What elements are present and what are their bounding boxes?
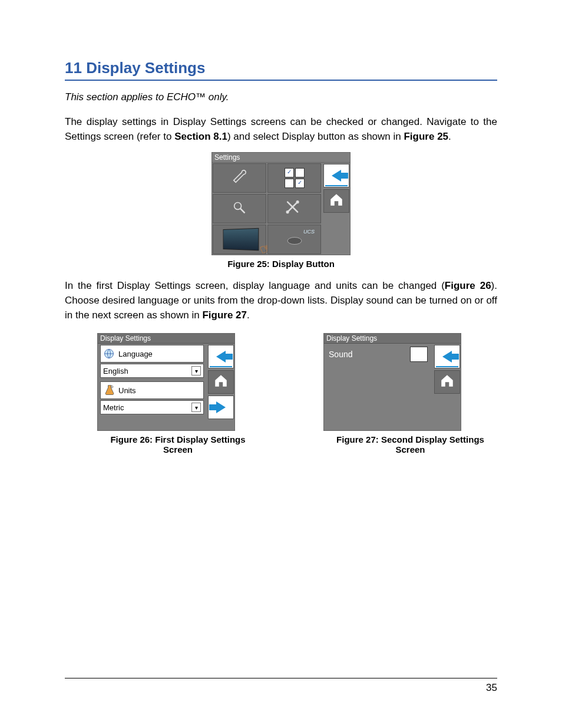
globe-icon [103,348,115,360]
figure-26-caption: Figure 26: First Display Settings Screen [97,434,259,454]
units-label-row: Units [100,381,204,399]
paragraph-1: The display settings in Display Settings… [65,115,497,144]
language-dropdown[interactable]: English ▾ [100,364,204,378]
p1-ref-section: Section 8.1 [174,131,227,142]
settings-display-button[interactable]: ☞ [213,225,266,254]
flask-icon [103,384,116,396]
wrench-icon [230,169,250,187]
page-number: 35 [486,682,497,694]
arrow-left-icon [442,351,452,363]
home-button[interactable] [323,189,349,213]
checkbox-grid-icon: ✓ ✓ [285,168,305,188]
figure-27-screenshot: Display Settings Sound ✓ [323,333,461,431]
home-icon [439,373,455,391]
home-button[interactable] [434,370,460,394]
home-button[interactable] [208,370,234,394]
home-icon [329,192,344,210]
svg-point-0 [234,203,241,210]
fig26-window-title: Display Settings [98,334,234,344]
language-label: Language [118,350,153,358]
svg-point-6 [111,386,113,388]
arrow-right-icon [216,401,226,413]
figure-27-caption: Figure 27: Second Display Settings Scree… [323,434,497,454]
sound-row: Sound ✓ [326,345,430,364]
fig25-window-title: Settings [212,153,350,163]
units-value: Metric [103,403,124,412]
cloud-icon [285,232,305,247]
figure-26-screenshot: Display Settings Language English ▾ [97,333,235,431]
section-heading: 11 Display Settings [65,59,497,81]
check-icon: ✓ [414,347,424,361]
sound-checkbox[interactable]: ✓ [410,347,428,362]
arrow-left-icon [332,170,341,182]
arrow-left-icon [216,351,226,363]
p2-text-c: . [247,309,250,321]
svg-point-4 [287,238,302,245]
svg-point-3 [296,200,299,203]
units-label: Units [118,386,136,395]
p2-text-a: In the first Display Settings screen, di… [65,280,445,291]
language-value: English [103,367,128,375]
settings-wrench-button[interactable] [213,163,266,193]
paragraph-2: In the first Display Settings screen, di… [65,279,497,322]
sound-label: Sound [329,350,352,359]
next-button[interactable] [208,396,234,419]
chevron-down-icon: ▾ [191,403,201,412]
fig27-window-title: Display Settings [324,334,461,344]
p1-text-b: ) and select Display button as shown in [227,131,404,142]
ucs-label: UCS [303,229,315,235]
back-button[interactable] [208,345,234,368]
back-button[interactable] [323,164,349,187]
svg-line-1 [240,209,244,213]
figure-25-caption: Figure 25: Display Button [65,259,497,269]
language-label-row: Language [100,345,204,363]
figure-25-screenshot: Settings ✓ ✓ [211,152,351,255]
crossed-tools-icon [285,199,305,218]
applies-note: This section applies to ECHO™ only. [65,91,497,103]
magnify-icon [230,199,250,218]
settings-ucs-button[interactable]: UCS [267,225,321,254]
home-icon [213,373,229,391]
p1-ref-fig25: Figure 25 [404,131,448,142]
footer-rule [65,678,497,678]
monitor-icon [223,228,259,251]
settings-search-button[interactable] [213,194,266,223]
units-dropdown[interactable]: Metric ▾ [100,400,204,414]
settings-tools-button[interactable] [267,194,321,223]
settings-checkbox-button[interactable]: ✓ ✓ [267,163,321,193]
p1-text-c: . [448,131,451,142]
back-button[interactable] [434,345,460,368]
p2-ref-fig27: Figure 27 [202,309,247,321]
p2-ref-fig26: Figure 26 [445,280,491,291]
chevron-down-icon: ▾ [191,366,201,375]
svg-point-2 [286,210,289,213]
